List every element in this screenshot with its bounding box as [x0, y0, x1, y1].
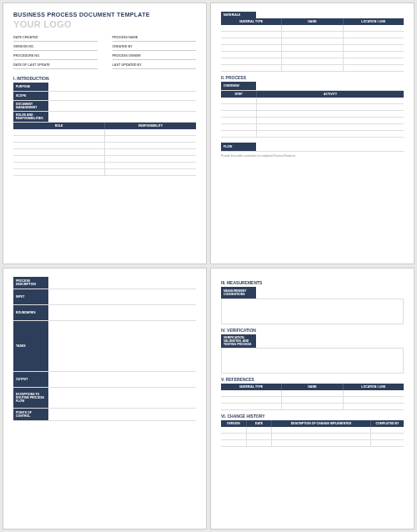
- table-row: [221, 131, 404, 138]
- table-row: [221, 38, 404, 45]
- page-2: MATERIALS MATERIAL TYPE NAME LOCATION / …: [210, 3, 414, 264]
- label-roles-resp: ROLES AND RESPONSIBILITIES: [13, 112, 48, 122]
- label-overview: OVERVIEW: [221, 82, 256, 90]
- meta-last-updated-by: LAST UPDATED BY: [113, 62, 197, 69]
- table-row: [221, 390, 404, 397]
- meta-process-name: PROCESS NAME: [113, 34, 197, 42]
- table-row: [221, 52, 404, 58]
- meta-created-by: CREATED BY: [113, 43, 197, 51]
- section-measurements: III. MEASUREMENTS: [221, 280, 404, 285]
- label-exceptions: EXCEPTIONS TO ROUTINE PROCESS FLOW: [13, 388, 48, 408]
- header-date: DATE: [246, 420, 271, 427]
- header-name: NAME: [281, 18, 342, 25]
- table-row: [221, 65, 404, 72]
- table-row: [13, 149, 196, 156]
- header-desc-change: DESCRIPTION OF CHANGE IMPLEMENTED: [271, 420, 370, 427]
- label-purpose: PURPOSE: [13, 83, 48, 91]
- table-row: [221, 118, 404, 124]
- table-row: [13, 156, 196, 163]
- header-material-type: MATERIAL TYPE: [221, 18, 281, 25]
- section-change-history: VI. CHANGE HISTORY: [221, 414, 404, 419]
- meta-grid: DATE CREATED PROCESS NAME VERSION NO. CR…: [13, 34, 196, 69]
- section-introduction: I. INTRODUCTION: [13, 76, 196, 81]
- table-row: [221, 45, 404, 52]
- table-row: [13, 169, 196, 176]
- document-title: BUSINESS PROCESS DOCUMENT TEMPLATE: [13, 12, 196, 18]
- header-completed-by: COMPLETED BY: [370, 420, 404, 427]
- table-row: [221, 404, 404, 410]
- table-row: [221, 124, 404, 131]
- table-row: [221, 25, 404, 32]
- label-flow: FLOW: [221, 143, 256, 151]
- meta-procedure-no: PROCEDURE NO.: [13, 53, 98, 60]
- header-role: ROLE: [13, 123, 104, 129]
- label-meas-conv: MEASUREMENT CONVENTIONS: [221, 287, 256, 299]
- table-row: [221, 104, 404, 111]
- table-row: [221, 427, 404, 434]
- table-row: [221, 434, 404, 440]
- page-1: BUSINESS PROCESS DOCUMENT TEMPLATE YOUR …: [3, 3, 207, 264]
- section-verification: IV. VERIFICATION: [221, 328, 404, 333]
- meta-date-last-update: DATE OF LAST UPDATE: [13, 62, 98, 69]
- table-row: [13, 129, 196, 136]
- label-verif-process: VERIFICATION, VALIDATION, AND TESTING PR…: [221, 334, 256, 348]
- label-tasks: TASKS: [13, 321, 48, 371]
- label-scope: SCOPE: [13, 92, 48, 100]
- meta-process-owner: PROCESS OWNER: [113, 53, 197, 60]
- table-row: [221, 58, 404, 65]
- label-process-desc: PROCESS DESCRIPTION: [13, 277, 48, 289]
- header-ref-material-type: MATERIAL TYPE: [221, 384, 281, 390]
- page-4: III. MEASUREMENTS MEASUREMENT CONVENTION…: [210, 268, 414, 529]
- table-row: [13, 163, 196, 169]
- label-input: INPUT: [13, 289, 48, 304]
- header-activity: ACTIVITY: [256, 91, 404, 98]
- header-ref-location: LOCATION / LINK: [343, 384, 404, 390]
- meta-date-created: DATE CREATED: [13, 34, 98, 42]
- table-row: [221, 32, 404, 38]
- logo-placeholder: YOUR LOGO: [13, 19, 196, 29]
- table-row: [221, 98, 404, 104]
- label-boundaries: BOUNDARIES: [13, 305, 48, 320]
- flow-note: Provide link and/or screenshot of comple…: [221, 154, 404, 158]
- meta-version-no: VERSION NO.: [13, 43, 98, 51]
- header-version: VERSION: [221, 420, 246, 427]
- table-row: [221, 440, 404, 447]
- label-output: OUTPUT: [13, 372, 48, 387]
- table-row: [221, 397, 404, 404]
- label-materials: MATERIALS: [221, 12, 256, 18]
- section-process: II. PROCESS: [221, 75, 404, 80]
- section-references: V. REFERENCES: [221, 377, 404, 382]
- header-responsibility: RESPONSIBILITY: [104, 123, 196, 129]
- table-row: [221, 111, 404, 118]
- table-row: [13, 143, 196, 149]
- header-ref-name: NAME: [281, 384, 342, 390]
- table-row: [13, 136, 196, 143]
- label-control: POINTS OF CONTROL: [13, 409, 48, 420]
- label-doc-mgmt: DOCUMENT MANAGEMENT: [13, 101, 48, 111]
- page-3: PROCESS DESCRIPTION INPUT BOUNDARIES TAS…: [3, 268, 207, 529]
- header-location-link: LOCATION / LINK: [343, 18, 404, 25]
- header-step: STEP: [221, 91, 256, 98]
